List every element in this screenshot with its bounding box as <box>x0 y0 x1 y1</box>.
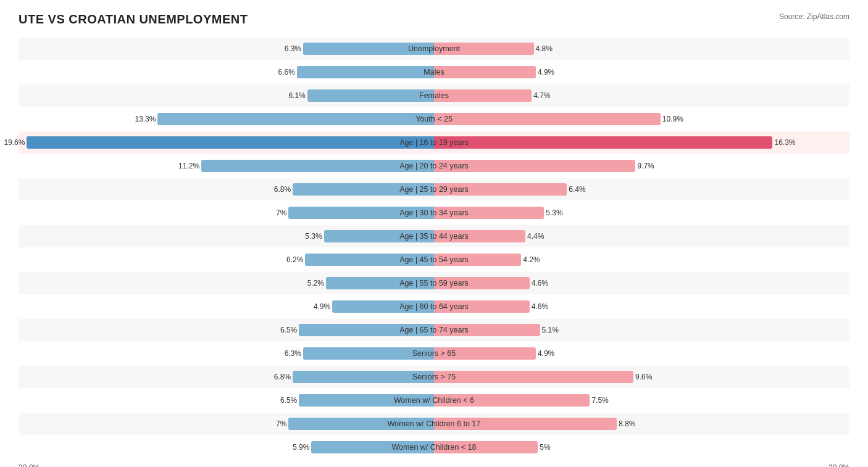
croatian-bar <box>434 418 617 430</box>
ute-bar <box>288 418 434 430</box>
croatian-bar <box>434 183 567 196</box>
axis-left-label: 20.0% <box>19 463 40 467</box>
right-section: 7.5% <box>434 389 849 411</box>
ute-value: 6.6% <box>278 68 297 76</box>
ute-value: 11.2% <box>178 162 201 170</box>
left-section: 6.2% <box>19 249 434 271</box>
croatian-bar <box>434 300 530 313</box>
ute-bar <box>307 89 434 102</box>
ute-bar <box>27 136 434 149</box>
table-row: 7% Women w/ Children 6 to 17 8.8% <box>19 413 849 435</box>
table-row: 19.6% Age | 16 to 19 years 16.3% <box>19 131 849 154</box>
croatian-value: 4.8% <box>534 44 553 53</box>
ute-value: 6.5% <box>280 396 299 405</box>
ute-value: 6.2% <box>286 255 305 264</box>
right-section: 4.4% <box>434 225 849 247</box>
croatian-value: 5.1% <box>540 326 559 334</box>
ute-bar <box>157 113 434 125</box>
croatian-bar <box>434 113 661 125</box>
ute-value: 6.8% <box>274 373 293 381</box>
ute-value: 19.6% <box>4 138 27 147</box>
table-row: 5.3% Age | 35 to 44 years 4.4% <box>19 225 849 247</box>
source-label: Source: ZipAtlas.com <box>779 12 849 21</box>
croatian-bar <box>434 371 633 383</box>
table-row: 6.3% Seniors > 65 4.9% <box>19 342 849 365</box>
ute-value: 4.9% <box>314 302 332 311</box>
left-section: 6.3% <box>19 38 434 60</box>
table-row: 5.9% Women w/ Children < 18 5% <box>19 436 849 458</box>
ute-bar <box>324 230 434 242</box>
ute-value: 13.3% <box>135 115 157 123</box>
croatian-value: 4.6% <box>530 279 548 287</box>
croatian-value: 8.8% <box>617 419 635 428</box>
left-section: 6.3% <box>19 342 434 365</box>
ute-value: 5.2% <box>307 279 326 287</box>
left-section: 7% <box>19 413 434 435</box>
right-section: 8.8% <box>434 413 849 435</box>
right-section: 10.9% <box>434 108 849 130</box>
table-row: 6.1% Females 4.7% <box>19 85 849 107</box>
ute-value: 6.5% <box>280 326 299 334</box>
right-section: 5.1% <box>434 319 849 341</box>
ute-bar <box>293 371 434 383</box>
right-section: 9.7% <box>434 155 849 177</box>
croatian-bar <box>434 160 635 172</box>
ute-bar <box>305 254 434 266</box>
ute-value: 7% <box>276 209 288 217</box>
croatian-bar <box>434 254 521 266</box>
right-section: 4.7% <box>434 85 849 107</box>
croatian-value: 5% <box>538 443 550 452</box>
left-section: 6.5% <box>19 319 434 341</box>
left-section: 5.3% <box>19 225 434 247</box>
ute-bar <box>299 324 434 336</box>
left-section: 13.3% <box>19 108 434 130</box>
table-row: 6.5% Women w/ Children < 6 7.5% <box>19 389 849 411</box>
croatian-value: 5.3% <box>544 209 562 217</box>
croatian-bar <box>434 43 534 55</box>
croatian-value: 4.6% <box>530 302 548 311</box>
left-section: 11.2% <box>19 155 434 177</box>
croatian-bar <box>434 230 525 242</box>
croatian-bar <box>434 136 772 149</box>
left-section: 6.1% <box>19 85 434 107</box>
croatian-bar <box>434 277 530 289</box>
right-section: 4.6% <box>434 295 849 318</box>
ute-bar <box>201 160 434 172</box>
right-section: 16.3% <box>434 131 849 154</box>
croatian-value: 9.6% <box>633 373 652 381</box>
axis-row: 20.0% 20.0% <box>19 463 849 467</box>
axis-right-label: 20.0% <box>828 463 849 467</box>
croatian-bar <box>434 66 536 78</box>
table-row: 6.8% Seniors > 75 9.6% <box>19 366 849 388</box>
ute-bar <box>326 277 434 289</box>
croatian-bar <box>434 394 590 407</box>
right-section: 4.6% <box>434 272 849 294</box>
table-row: 13.3% Youth < 25 10.9% <box>19 108 849 130</box>
ute-bar <box>299 394 434 407</box>
ute-bar <box>303 43 434 55</box>
left-section: 4.9% <box>19 295 434 318</box>
croatian-value: 4.9% <box>536 349 554 358</box>
croatian-value: 4.4% <box>525 232 544 241</box>
table-row: 7% Age | 30 to 34 years 5.3% <box>19 202 849 224</box>
croatian-value: 6.4% <box>567 185 585 194</box>
table-row: 6.2% Age | 45 to 54 years 4.2% <box>19 249 849 271</box>
left-section: 5.2% <box>19 272 434 294</box>
ute-value: 6.1% <box>288 91 307 100</box>
table-row: 6.8% Age | 25 to 29 years 6.4% <box>19 178 849 200</box>
croatian-value: 4.2% <box>521 255 540 264</box>
table-row: 5.2% Age | 55 to 59 years 4.6% <box>19 272 849 294</box>
right-section: 5.3% <box>434 202 849 224</box>
croatian-value: 4.7% <box>532 91 550 100</box>
left-section: 5.9% <box>19 436 434 458</box>
right-section: 4.2% <box>434 249 849 271</box>
right-section: 4.9% <box>434 61 849 83</box>
ute-value: 6.3% <box>285 44 303 53</box>
ute-bar <box>332 300 434 313</box>
croatian-bar <box>434 89 532 102</box>
croatian-bar <box>434 441 538 453</box>
right-section: 4.9% <box>434 342 849 365</box>
left-section: 19.6% <box>19 131 434 154</box>
table-row: 6.6% Males 4.9% <box>19 61 849 83</box>
ute-value: 6.3% <box>285 349 303 358</box>
